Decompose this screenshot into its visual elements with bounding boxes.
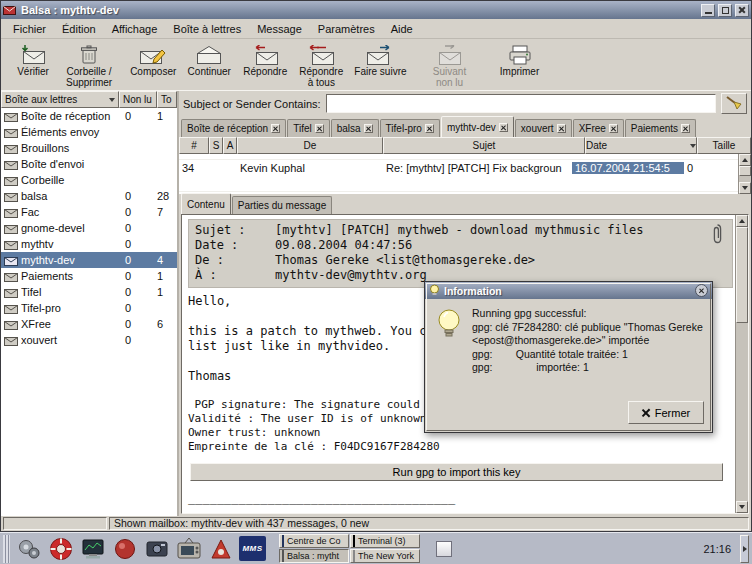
mms-icon[interactable]: MMS: [238, 535, 267, 563]
mailbox-item-elements-envoy[interactable]: Éléments envoy: [1, 124, 177, 140]
tab-close-icon[interactable]: [315, 124, 324, 133]
mailbox-item-fac[interactable]: Fac07: [1, 204, 177, 220]
title-bar[interactable]: Balsa : mythtv-dev: [1, 1, 751, 19]
clear-filter-button[interactable]: [721, 93, 747, 114]
mailbox-col-boite-aux-lettres[interactable]: Boîte aux lettres: [1, 91, 119, 108]
tab-close-icon[interactable]: [425, 124, 434, 133]
tab-balsa[interactable]: balsa: [331, 119, 379, 137]
mailbox-item-paiements[interactable]: Paiements01: [1, 268, 177, 284]
dialog-close-icon[interactable]: [695, 284, 708, 297]
tab-tifel[interactable]: Tifel: [287, 119, 330, 137]
tray-icon[interactable]: [436, 541, 452, 557]
menu-aide[interactable]: Aide: [383, 21, 421, 37]
red-logo-icon[interactable]: [206, 535, 235, 563]
total-count: 28: [157, 190, 177, 202]
menu-affichage[interactable]: Affichage: [104, 21, 166, 37]
task-centre-de-co[interactable]: Centre de Co: [279, 534, 349, 548]
message-view-scrollbar[interactable]: [735, 215, 748, 513]
lifebuoy-icon[interactable]: [46, 535, 75, 563]
scroll-down-icon[interactable]: [736, 501, 748, 513]
tab-close-icon[interactable]: [609, 124, 618, 133]
mailbox-item-balsa[interactable]: balsa028: [1, 188, 177, 204]
toolbar-verifier[interactable]: Vérifier: [5, 41, 61, 89]
screenshot-icon[interactable]: [142, 535, 171, 563]
mailbox-item-boite-de-reception[interactable]: Boîte de réception01: [1, 108, 177, 124]
paperclip-icon[interactable]: [712, 223, 726, 283]
list-col-sujet[interactable]: Sujet: [383, 137, 585, 154]
tv-icon[interactable]: [174, 535, 203, 563]
dialog-title-bar[interactable]: Information: [425, 282, 712, 299]
mailbox-item-mythtv-dev[interactable]: mythtv-dev04: [1, 252, 177, 268]
scrollbar-thumb[interactable]: [736, 227, 748, 323]
panel-handle[interactable]: [3, 535, 10, 563]
content-tab-parties-du-message[interactable]: Parties du message: [232, 196, 332, 214]
red-app-icon[interactable]: [110, 535, 139, 563]
tab-close-icon[interactable]: [557, 124, 566, 133]
menu-parametres[interactable]: Paramètres: [310, 21, 383, 37]
mailbox-item-xfree[interactable]: XFree06: [1, 316, 177, 332]
total-count: 1: [157, 270, 177, 282]
scroll-down-icon[interactable]: [739, 182, 751, 194]
mailbox-item-xouvert[interactable]: xouvert0: [1, 332, 177, 348]
system-monitor-icon[interactable]: [78, 535, 107, 563]
scroll-up-icon[interactable]: [736, 215, 748, 227]
toolbar-repondre-a-tous[interactable]: Répondre à tous: [293, 41, 349, 89]
toolbar-continuer[interactable]: Continuer: [181, 41, 237, 89]
menu-boite-a-lettres[interactable]: Boîte à lettres: [165, 21, 249, 37]
next-unread-icon: [437, 44, 463, 66]
scroll-up-icon[interactable]: [739, 154, 751, 166]
maximize-button[interactable]: [718, 4, 732, 17]
content-tab-contenu[interactable]: Contenu: [181, 193, 231, 214]
mailbox-item-corbeille[interactable]: Corbeille: [1, 172, 177, 188]
toolbar-faire-suivre[interactable]: Faire suivre: [349, 41, 411, 89]
fermer-button[interactable]: Fermer: [628, 401, 704, 424]
tab-close-icon[interactable]: [499, 123, 508, 132]
mailbox-col-non-lu[interactable]: Non lu: [119, 91, 157, 108]
tab-paiements[interactable]: Paiements: [625, 119, 696, 137]
tab-close-icon[interactable]: [271, 124, 280, 133]
list-col-de[interactable]: De: [237, 137, 383, 154]
task-terminal-3[interactable]: Terminal (3): [350, 534, 420, 548]
list-col-[interactable]: #: [179, 137, 209, 154]
toolbar-composer[interactable]: Composer: [125, 41, 181, 89]
mailbox-item-tifel-pro[interactable]: Tifel-pro0: [1, 300, 177, 316]
list-col-taille[interactable]: Taille: [697, 137, 751, 154]
tab-boite-de-reception[interactable]: Boîte de réception: [181, 119, 286, 137]
menu-message[interactable]: Message: [249, 21, 310, 37]
mailbox-item-boite-d-envoi[interactable]: Boîte d'envoi: [1, 156, 177, 172]
panel-hide-button[interactable]: [740, 535, 749, 563]
tab-tifel-pro[interactable]: Tifel-pro: [380, 119, 440, 137]
list-col-date[interactable]: Date: [585, 137, 697, 154]
scrollbar-thumb[interactable]: [739, 166, 751, 176]
run-gpg-import-button[interactable]: Run gpg to import this key: [190, 463, 723, 481]
tab-close-icon[interactable]: [681, 124, 690, 133]
mailbox-item-gnome-devel[interactable]: gnome-devel0: [1, 220, 177, 236]
mailbox-item-mythtv[interactable]: mythtv0: [1, 236, 177, 252]
launcher-area: MMS: [14, 535, 267, 563]
list-col-a[interactable]: A: [223, 137, 237, 154]
toolbar-imprimer[interactable]: Imprimer: [492, 41, 548, 89]
tab-close-icon[interactable]: [364, 124, 373, 133]
tab-xouvert[interactable]: xouvert: [515, 119, 572, 137]
task-the-new-york[interactable]: The New York: [350, 549, 420, 563]
close-button[interactable]: [735, 4, 749, 17]
menu-fichier[interactable]: Fichier: [5, 21, 54, 37]
task-balsa-mytht[interactable]: Balsa : mytht: [279, 549, 349, 563]
mailbox-list-header: Boîte aux lettresNon luTo: [1, 91, 177, 108]
minimize-button[interactable]: [701, 4, 715, 17]
toolbar-corbeille-supprimer[interactable]: Corbeille / Supprimer: [61, 41, 117, 89]
partial-row[interactable]: [179, 176, 738, 192]
dialog-line: gpg: importée: 1: [472, 361, 703, 375]
mailbox-col-to[interactable]: To: [157, 91, 177, 108]
toolbar-repondre[interactable]: Répondre: [237, 41, 293, 89]
mailbox-item-brouillons[interactable]: Brouillons: [1, 140, 177, 156]
gears-icon[interactable]: [14, 535, 43, 563]
tab-xfree[interactable]: XFree: [573, 119, 624, 137]
message-list-scrollbar[interactable]: [738, 154, 751, 194]
menu-edition[interactable]: Édition: [54, 21, 104, 37]
tab-mythtv-dev[interactable]: mythtv-dev: [441, 116, 514, 137]
mailbox-item-tifel[interactable]: Tifel01: [1, 284, 177, 300]
filter-input[interactable]: [326, 94, 716, 113]
message-row[interactable]: 34Kevin KuphalRe: [mythtv] [PATCH] Fix b…: [179, 160, 738, 176]
list-col-s[interactable]: S: [209, 137, 223, 154]
